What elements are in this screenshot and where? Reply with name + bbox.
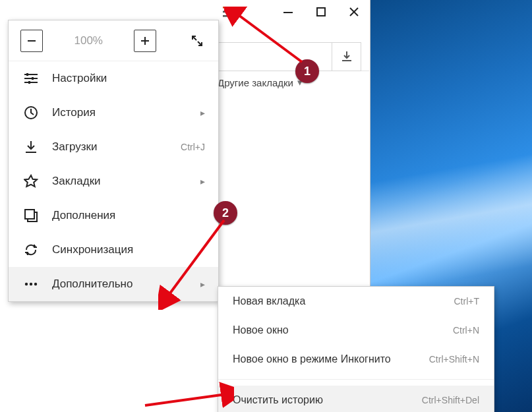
submenu-label: Очистить историю xyxy=(233,394,422,406)
plus-icon xyxy=(140,36,150,46)
menu-item-sync[interactable]: Синхронизация xyxy=(9,233,218,267)
svg-rect-12 xyxy=(32,77,34,80)
svg-rect-4 xyxy=(317,8,325,16)
zoom-in-button[interactable] xyxy=(134,30,156,52)
menu-item-label: Настройки xyxy=(52,72,205,85)
chevron-right-icon: ▸ xyxy=(200,176,205,187)
hamburger-icon xyxy=(223,7,236,17)
svg-rect-13 xyxy=(28,81,30,84)
hamburger-menu-button[interactable] xyxy=(219,3,240,21)
menu-item-label: Закладки xyxy=(52,175,200,188)
submenu-shortcut: Ctrl+Shift+N xyxy=(429,354,479,365)
window-close-button[interactable] xyxy=(338,0,370,24)
svg-point-20 xyxy=(34,283,37,285)
downloads-button[interactable] xyxy=(332,42,361,71)
menu-item-label: Дополнения xyxy=(52,209,205,222)
svg-rect-17 xyxy=(25,210,34,219)
submenu-shortcut: Ctrl+T xyxy=(454,296,480,307)
maximize-icon xyxy=(316,7,326,16)
zoom-value: 100% xyxy=(74,34,103,47)
svg-rect-7 xyxy=(342,60,351,61)
star-icon xyxy=(22,174,40,189)
minus-icon xyxy=(26,36,37,46)
submenu-separator xyxy=(218,379,494,386)
submenu-shortcut: Ctrl+N xyxy=(453,325,479,336)
svg-point-18 xyxy=(25,283,28,285)
svg-rect-10 xyxy=(144,37,146,45)
svg-rect-15 xyxy=(26,152,36,153)
fullscreen-button[interactable] xyxy=(188,34,206,47)
download-icon xyxy=(340,50,353,63)
svg-rect-2 xyxy=(223,15,236,17)
callout-badge-2: 2 xyxy=(214,201,237,225)
chevron-right-icon: ▸ xyxy=(200,279,205,289)
submenu-label: Новая вкладка xyxy=(233,295,454,307)
svg-rect-3 xyxy=(283,12,293,13)
menu-item-bookmarks[interactable]: Закладки ▸ xyxy=(9,164,218,198)
callout-badge-1: 1 xyxy=(295,59,319,83)
window-maximize-button[interactable] xyxy=(305,0,338,24)
addons-icon xyxy=(22,208,40,223)
submenu-item-new-window[interactable]: Новое окно Ctrl+N xyxy=(218,316,494,345)
zoom-row: 100% xyxy=(9,20,218,61)
main-menu: 100% Настройки История ▸ Загрузки xyxy=(8,20,219,302)
download-icon xyxy=(22,140,40,154)
menu-item-more[interactable]: Дополнительно ▸ xyxy=(9,267,218,301)
chevron-right-icon: ▸ xyxy=(200,107,205,118)
more-submenu: Новая вкладка Ctrl+T Новое окно Ctrl+N Н… xyxy=(218,286,494,412)
address-toolbar xyxy=(218,42,369,71)
menu-item-downloads[interactable]: Загрузки Ctrl+J xyxy=(9,130,218,164)
svg-rect-0 xyxy=(223,7,236,9)
menu-item-addons[interactable]: Дополнения xyxy=(9,198,218,233)
submenu-item-incognito[interactable]: Новое окно в режиме Инкогнито Ctrl+Shift… xyxy=(218,345,494,374)
menu-item-settings[interactable]: Настройки xyxy=(9,61,218,96)
svg-rect-8 xyxy=(28,40,36,42)
zoom-out-button[interactable] xyxy=(20,30,43,52)
submenu-item-clear-history[interactable]: Очистить историю Ctrl+Shift+Del xyxy=(218,386,494,412)
svg-point-19 xyxy=(30,283,32,285)
callout-number: 2 xyxy=(222,206,229,220)
menu-item-label: История xyxy=(52,106,200,119)
submenu-label: Новое окно в режиме Инкогнито xyxy=(233,353,429,365)
close-icon xyxy=(349,7,359,16)
fullscreen-icon xyxy=(191,34,204,47)
submenu-item-new-tab[interactable]: Новая вкладка Ctrl+T xyxy=(218,287,494,316)
submenu-label: Новое окно xyxy=(233,324,453,336)
submenu-shortcut: Ctrl+Shift+Del xyxy=(422,395,479,405)
menu-item-label: Дополнительно xyxy=(52,278,200,291)
sync-icon xyxy=(22,243,40,257)
callout-number: 1 xyxy=(304,65,310,78)
minimize-icon xyxy=(283,7,293,16)
history-icon xyxy=(22,105,40,120)
settings-icon xyxy=(22,72,40,85)
bookmarks-bar[interactable]: Другие закладки ▾ xyxy=(218,71,369,94)
more-icon xyxy=(22,281,40,287)
menu-item-label: Синхронизация xyxy=(52,243,205,256)
other-bookmarks-label: Другие закладки xyxy=(218,77,293,88)
menu-item-history[interactable]: История ▸ xyxy=(9,96,218,130)
svg-rect-11 xyxy=(26,73,28,76)
svg-rect-1 xyxy=(223,11,236,13)
window-minimize-button[interactable] xyxy=(272,0,305,24)
menu-item-label: Загрузки xyxy=(52,140,181,154)
menu-item-shortcut: Ctrl+J xyxy=(181,142,205,152)
